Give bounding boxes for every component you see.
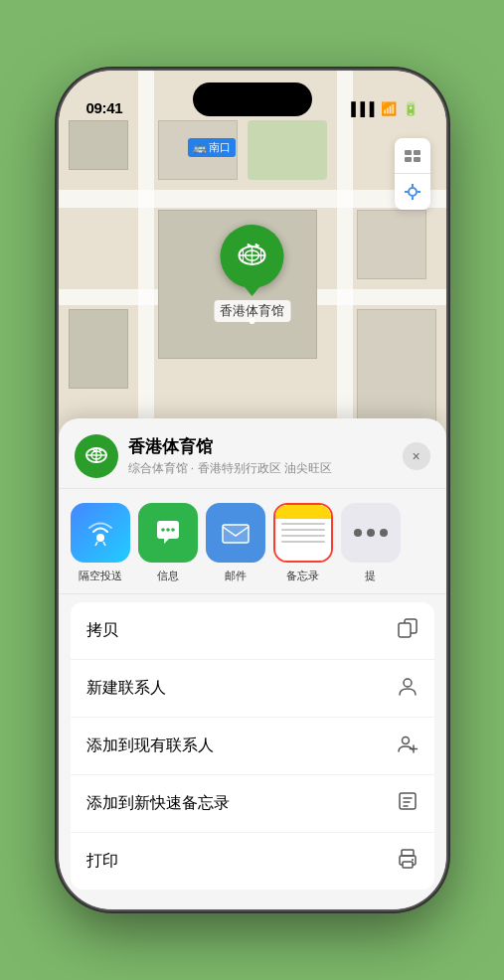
stadium-icon <box>234 238 271 275</box>
airdrop-label: 隔空投送 <box>79 569 122 583</box>
building-4 <box>69 309 128 389</box>
copy-icon <box>397 617 419 644</box>
svg-point-31 <box>166 528 170 532</box>
mail-label: 邮件 <box>225 569 247 583</box>
wifi-icon: 📶 <box>381 101 397 116</box>
notes-icon <box>273 503 333 563</box>
share-item-mail[interactable]: 邮件 <box>206 503 265 583</box>
messages-icon <box>138 503 198 563</box>
phone-screen: 09:41 ▐▐▐ 📶 🔋 <box>59 71 446 909</box>
notes-line-3 <box>281 535 325 537</box>
new-contact-icon <box>397 675 419 702</box>
messages-label: 信息 <box>157 569 179 583</box>
action-copy[interactable]: 拷贝 <box>71 602 434 660</box>
building-5 <box>357 309 436 428</box>
park-area <box>248 120 327 180</box>
map-type-button[interactable] <box>395 138 430 174</box>
map-label-text: 南口 <box>209 140 231 155</box>
quick-note-label: 添加到新快速备忘录 <box>86 793 230 814</box>
share-item-notes[interactable]: 备忘录 <box>273 503 333 583</box>
notes-line-1 <box>281 523 325 525</box>
new-contact-label: 新建联系人 <box>86 678 166 699</box>
svg-point-48 <box>412 859 414 861</box>
venue-stadium-icon <box>83 442 110 470</box>
notes-top-bar <box>275 505 331 519</box>
share-item-messages[interactable]: 信息 <box>138 503 198 583</box>
svg-point-4 <box>409 188 417 196</box>
share-item-more[interactable]: 提 <box>341 503 401 583</box>
venue-name: 香港体育馆 <box>128 435 403 458</box>
airdrop-icon <box>71 503 130 563</box>
svg-rect-45 <box>402 850 414 856</box>
more-circles <box>354 529 388 537</box>
location-button[interactable] <box>395 174 430 210</box>
svg-line-29 <box>103 542 105 546</box>
action-print[interactable]: 打印 <box>71 833 434 890</box>
venue-info: 香港体育馆 综合体育馆 · 香港特别行政区 油尖旺区 <box>128 435 403 477</box>
more-dot-2 <box>367 529 375 537</box>
quick-note-icon <box>397 790 419 817</box>
venue-icon <box>75 434 118 478</box>
action-new-contact[interactable]: 新建联系人 <box>71 660 434 718</box>
person-add-icon-svg <box>397 733 419 754</box>
action-quick-note[interactable]: 添加到新快速备忘录 <box>71 775 434 833</box>
map-type-icon <box>403 146 422 166</box>
more-dot-1 <box>354 529 362 537</box>
svg-point-30 <box>161 528 165 532</box>
share-actions-row: 隔空投送 信息 <box>59 489 446 594</box>
dynamic-island <box>193 82 312 116</box>
share-item-airdrop[interactable]: 隔空投送 <box>71 503 130 583</box>
bottom-sheet: 香港体育馆 综合体育馆 · 香港特别行政区 油尖旺区 × <box>59 418 446 909</box>
more-label: 提 <box>365 569 376 583</box>
svg-point-32 <box>171 528 175 532</box>
print-label: 打印 <box>86 851 118 872</box>
svg-rect-2 <box>405 157 412 162</box>
close-button[interactable]: × <box>403 442 430 470</box>
print-icon <box>397 848 419 875</box>
phone-frame: 09:41 ▐▐▐ 📶 🔋 <box>59 71 446 909</box>
more-icon <box>341 503 401 563</box>
building-3 <box>357 210 426 279</box>
svg-rect-47 <box>403 862 413 868</box>
map-controls <box>395 138 430 210</box>
svg-rect-1 <box>414 150 420 155</box>
svg-rect-33 <box>223 525 249 543</box>
signal-icon: ▐▐▐ <box>347 101 375 116</box>
pin-dot <box>250 318 255 324</box>
road-horizontal <box>59 190 446 208</box>
add-contact-icon <box>397 733 419 759</box>
print-icon-svg <box>397 848 419 870</box>
action-add-contact[interactable]: 添加到现有联系人 <box>71 718 434 775</box>
pin-circle <box>221 225 284 288</box>
mail-envelope-icon <box>219 516 252 550</box>
svg-rect-35 <box>399 623 411 637</box>
svg-point-37 <box>402 737 409 744</box>
svg-rect-0 <box>405 150 412 155</box>
svg-point-36 <box>404 679 412 687</box>
note-icon-svg <box>397 790 419 812</box>
map-label-icon: 🚌 <box>193 141 207 154</box>
sheet-header: 香港体育馆 综合体育馆 · 香港特别行政区 油尖旺区 × <box>59 418 446 489</box>
action-list: 拷贝 新建联系人 <box>71 602 434 890</box>
more-dot-3 <box>380 529 388 537</box>
person-icon-svg <box>397 675 419 697</box>
notes-line-2 <box>281 529 325 531</box>
svg-line-28 <box>95 542 97 546</box>
notes-inner <box>275 505 331 561</box>
notes-label: 备忘录 <box>286 569 319 583</box>
notes-lines <box>281 523 325 543</box>
airdrop-wifi-icon <box>84 516 117 550</box>
status-icons: ▐▐▐ 📶 🔋 <box>347 101 419 116</box>
add-contact-label: 添加到现有联系人 <box>86 735 214 756</box>
location-pin[interactable]: 香港体育馆 <box>214 225 290 322</box>
venue-subtitle: 综合体育馆 · 香港特别行政区 油尖旺区 <box>128 460 403 477</box>
location-icon <box>404 183 421 201</box>
svg-point-27 <box>96 534 104 542</box>
mail-icon <box>206 503 265 563</box>
map-label-tag: 🚌 南口 <box>188 138 236 157</box>
messages-bubble-icon <box>151 516 185 550</box>
notes-line-4 <box>281 541 325 543</box>
copy-label: 拷贝 <box>86 620 118 641</box>
status-time: 09:41 <box>86 99 123 116</box>
copy-icon-svg <box>397 617 419 639</box>
